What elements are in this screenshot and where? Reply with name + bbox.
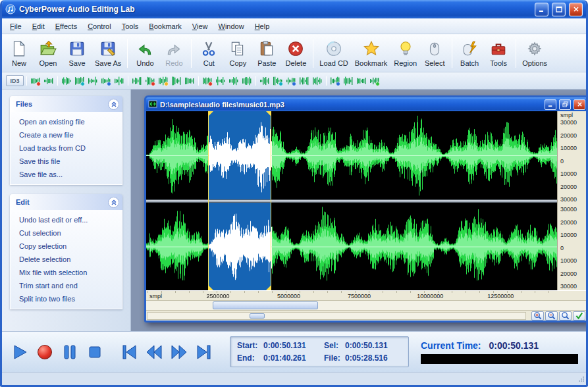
options-button[interactable]: Options <box>519 36 550 70</box>
redo-button[interactable]: Redo <box>159 36 188 70</box>
apply-button[interactable] <box>573 311 585 321</box>
maximize-button[interactable] <box>552 3 566 16</box>
panel-header-files[interactable]: Files <box>10 96 122 112</box>
menu-tools[interactable]: Tools <box>117 20 144 33</box>
wave-tool-icon-7[interactable] <box>113 76 125 86</box>
panel-header-edit[interactable]: Edit <box>10 194 122 210</box>
task-item-create-a-new-file[interactable]: Create a new file <box>11 128 122 142</box>
task-item-save-file-as[interactable]: Save file as... <box>11 168 122 181</box>
save-disk-icon <box>68 39 86 58</box>
wave-tool-icon-21[interactable] <box>311 76 323 86</box>
task-item-open-an-existing-file[interactable]: Open an existing file <box>11 115 122 128</box>
wave-tool-icon-19[interactable] <box>285 76 297 86</box>
open-button[interactable]: Open <box>34 36 63 70</box>
stop-button[interactable] <box>85 342 105 363</box>
task-item-undo-last-edit-or-eff[interactable]: Undo last edit or eff... <box>11 213 122 226</box>
task-item-save-this-file[interactable]: Save this file <box>11 155 122 168</box>
collapse-chevron-icon[interactable] <box>108 197 119 208</box>
wave-tool-icon-15[interactable] <box>228 76 240 86</box>
menu-view[interactable]: View <box>187 20 213 33</box>
task-item-mix-file-with-selection[interactable]: Mix file with selection <box>11 266 122 279</box>
task-item-delete-selection[interactable]: Delete selection <box>11 253 122 266</box>
wave-tool-icon-22[interactable] <box>329 76 341 86</box>
menu-window[interactable]: Window <box>213 20 250 33</box>
task-item-copy-selection[interactable]: Copy selection <box>11 240 122 253</box>
wave-tool-icon-5[interactable] <box>87 76 99 86</box>
wave-tool-icon-23[interactable] <box>342 76 354 86</box>
task-item-cut-selection[interactable]: Cut selection <box>11 226 122 240</box>
paste-button[interactable]: Paste <box>252 36 281 70</box>
menu-edit[interactable]: Edit <box>27 20 50 33</box>
wave-tool-icon-10[interactable] <box>157 76 169 86</box>
overview-scrollbar[interactable] <box>147 312 526 320</box>
save-button[interactable]: Save <box>63 36 92 70</box>
cut-button[interactable]: Cut <box>194 36 223 70</box>
channel-2-canvas[interactable] <box>146 203 557 291</box>
id3-tag-button[interactable]: ID3 <box>6 75 24 86</box>
wave-tool-icon-1[interactable] <box>30 76 41 86</box>
play-button[interactable] <box>10 342 30 363</box>
wave-tool-icon-17[interactable] <box>259 76 271 86</box>
menu-effects[interactable]: Effects <box>50 20 82 33</box>
fast-forward-button[interactable] <box>169 342 189 363</box>
editor-minimize-button[interactable] <box>545 99 556 110</box>
wave-tool-icon-6[interactable] <box>100 76 112 86</box>
task-item-split-into-two-files[interactable]: Split into two files <box>11 292 122 305</box>
wave-tool-icon-20[interactable] <box>298 76 310 86</box>
wave-tool-icon-4[interactable] <box>74 76 86 86</box>
wave-tool-icon-2[interactable] <box>43 76 55 86</box>
region-button[interactable]: Region <box>390 36 420 70</box>
batch-button[interactable]: Batch <box>455 36 484 70</box>
task-item-load-tracks-from-cd[interactable]: Load tracks from CD <box>11 142 122 155</box>
skip-forward-button[interactable] <box>194 342 214 363</box>
record-button[interactable] <box>35 342 55 363</box>
title-bar[interactable]: CyberPower Audio Editing Lab <box>2 0 586 18</box>
tools-button[interactable]: Tools <box>484 36 513 70</box>
h-scrollbar-thumb[interactable] <box>213 301 319 309</box>
resize-grip-icon[interactable] <box>578 376 585 384</box>
skip-back-button[interactable] <box>119 342 139 363</box>
timeline-ruler[interactable]: smpl250000050000007500000100000001250000… <box>146 290 586 300</box>
overview-scrollbar-thumb[interactable] <box>250 313 265 319</box>
wave-tool-icon-8[interactable] <box>131 76 143 86</box>
copy-button[interactable]: Copy <box>223 36 252 70</box>
wave-tool-icon-18[interactable] <box>272 76 284 86</box>
wave-tool-icon-13[interactable] <box>201 76 213 86</box>
wave-area[interactable] <box>146 111 557 290</box>
channel-1-canvas[interactable] <box>146 111 557 199</box>
wave-tool-icon-12[interactable] <box>184 76 196 86</box>
wave-tool-icon-9[interactable] <box>144 76 156 86</box>
menu-help[interactable]: Help <box>250 20 275 33</box>
zoom-in-button[interactable] <box>531 311 544 321</box>
rewind-button[interactable] <box>144 342 164 363</box>
collapse-chevron-icon[interactable] <box>108 99 119 110</box>
wave-tool-icon-14[interactable] <box>215 76 227 86</box>
menu-file[interactable]: File <box>5 20 27 33</box>
editor-restore-button[interactable] <box>559 99 571 110</box>
delete-button[interactable]: Delete <box>281 36 310 70</box>
zoom-out-button[interactable] <box>545 311 558 321</box>
editor-titlebar[interactable]: D:\samples\audio files\music01.mp3 <box>146 97 586 111</box>
task-item-trim-start-and-end[interactable]: Trim start and end <box>11 279 122 292</box>
zoom-selection-button[interactable] <box>559 311 572 321</box>
new-button[interactable]: New <box>5 36 34 70</box>
editor-close-button[interactable] <box>574 99 585 110</box>
pause-button[interactable] <box>60 342 80 363</box>
undo-button[interactable]: Undo <box>130 36 159 70</box>
wave-tool-icon-3[interactable] <box>61 76 72 86</box>
save-as-button[interactable]: Save As <box>92 36 124 70</box>
close-button[interactable] <box>569 3 583 16</box>
toolbar-button-label: Bookmark <box>355 59 388 67</box>
wave-tool-icon-11[interactable] <box>171 76 182 86</box>
load-cd-button[interactable]: Load CD <box>316 36 351 70</box>
wave-tool-icon-25[interactable] <box>369 76 381 86</box>
end-value: 0:01:40.261 <box>263 353 324 363</box>
wave-tool-icon-16[interactable] <box>241 76 253 86</box>
menu-bookmark[interactable]: Bookmark <box>144 20 187 33</box>
h-scrollbar[interactable] <box>146 300 586 310</box>
wave-tool-icon-24[interactable] <box>356 76 367 86</box>
menu-control[interactable]: Control <box>82 20 116 33</box>
minimize-button[interactable] <box>535 3 548 16</box>
bookmark-button[interactable]: Bookmark <box>352 36 391 70</box>
select-button[interactable]: Select <box>420 36 449 70</box>
